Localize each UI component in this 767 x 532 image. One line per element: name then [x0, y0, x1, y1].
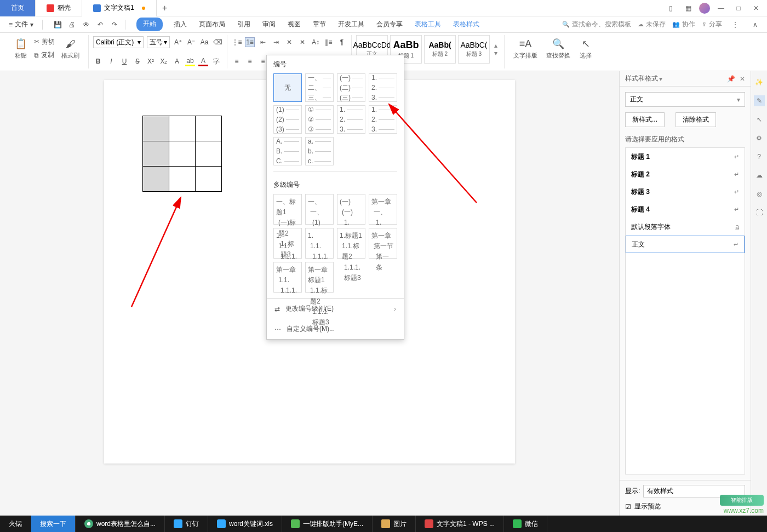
redo-icon[interactable]: ↷: [110, 20, 119, 30]
tab-home[interactable]: 首页: [0, 0, 36, 16]
ml-opt-2[interactable]: 一、一、(1): [305, 194, 334, 225]
menu-tab-reference[interactable]: 引用: [236, 18, 251, 31]
print-preview-icon[interactable]: 👁: [81, 20, 91, 30]
cloud-tab-icon[interactable]: ☁: [754, 170, 765, 181]
print-icon[interactable]: 🖨: [67, 20, 77, 30]
highlight-icon[interactable]: ab: [185, 56, 195, 66]
decrease-indent-icon[interactable]: ⇤: [258, 37, 268, 47]
format-painter-button[interactable]: 🖌 格式刷: [57, 35, 84, 62]
apps-icon[interactable]: ▦: [682, 2, 695, 15]
collapse-ribbon-icon[interactable]: ∧: [748, 18, 762, 31]
help-tab-icon[interactable]: ?: [754, 151, 765, 162]
menu-tab-devtools[interactable]: 开发工具: [337, 18, 365, 31]
numbering-opt-cn[interactable]: 一、二、三、: [305, 73, 334, 102]
style-h3[interactable]: AaBbC(标题 3: [458, 35, 490, 64]
current-style-select[interactable]: 正文 ▾: [625, 92, 745, 107]
superscript-icon[interactable]: X²: [146, 56, 156, 66]
style-h2[interactable]: AaBb(标题 2: [424, 35, 456, 64]
panel-close-icon[interactable]: ✕: [740, 75, 745, 83]
numbering-icon[interactable]: 1≡: [245, 37, 255, 47]
underline-icon[interactable]: U: [119, 56, 129, 66]
ml-opt-10[interactable]: 第一章标题11.1.标题21.1.1.标题3: [305, 262, 334, 293]
tb-images[interactable]: 图片: [373, 516, 416, 532]
new-style-button[interactable]: 新样式...: [625, 112, 665, 127]
settings-tab-icon[interactable]: ⚙: [754, 133, 765, 144]
tb-wechat[interactable]: 微信: [504, 516, 547, 532]
italic-icon[interactable]: I: [106, 56, 116, 66]
user-avatar[interactable]: [699, 3, 710, 14]
menu-tab-chapter[interactable]: 章节: [312, 18, 327, 31]
paste-button[interactable]: 📋 粘贴: [10, 35, 32, 62]
maximize-tab-icon[interactable]: ⛶: [754, 207, 765, 218]
ml-opt-9[interactable]: 第一章1.1.1.1.1.: [273, 262, 302, 293]
undo-icon[interactable]: ↶: [95, 20, 105, 30]
font-effects-icon[interactable]: A: [172, 56, 182, 66]
share-button[interactable]: ⇪ 分享: [702, 20, 722, 29]
ai-icon[interactable]: ✨: [754, 77, 765, 88]
tab-daoke[interactable]: 稻壳: [36, 0, 82, 16]
window-close-button[interactable]: ✕: [749, 2, 763, 15]
custom-numbering-item[interactable]: ⋯ 自定义编号(M)...: [267, 319, 404, 339]
tight-icon[interactable]: ✕: [284, 37, 294, 47]
ml-opt-6[interactable]: 1.1.1.1.1.1.: [305, 228, 334, 259]
clear-format-icon[interactable]: ⌫: [213, 37, 222, 47]
para-mark-icon[interactable]: ¶: [337, 37, 347, 47]
strike-icon[interactable]: S̶: [133, 56, 142, 66]
window-maximize-button[interactable]: □: [732, 2, 745, 15]
select-button[interactable]: ↖ 选择: [575, 35, 597, 62]
collab-button[interactable]: 👥 协作: [672, 20, 695, 29]
menu-tab-insert[interactable]: 插入: [173, 18, 188, 31]
style-list-h4[interactable]: 标题 4↵: [626, 201, 745, 218]
tb-chrome[interactable]: word表格里怎么自...: [76, 516, 165, 532]
ml-opt-7[interactable]: 1.标题11.1.标题21.1.1.标题3: [337, 228, 365, 259]
ml-opt-1[interactable]: 一、标题1(一)标题21. 标题3: [273, 194, 302, 225]
file-menu[interactable]: ≡ 文件 ▾: [5, 20, 37, 29]
ml-opt-5[interactable]: 1.1.1.1.1.1.: [273, 228, 302, 259]
save-icon[interactable]: 💾: [53, 20, 62, 30]
numbering-opt-upper[interactable]: A.B.C.: [273, 137, 302, 165]
style-list-normal[interactable]: 正文↵: [626, 236, 745, 253]
ml-opt-4[interactable]: 第一章一、1.: [369, 194, 397, 225]
panel-pin-icon[interactable]: 📌: [727, 75, 735, 83]
numbering-opt-lower[interactable]: a.b.c.: [305, 137, 334, 165]
increase-indent-icon[interactable]: ⇥: [271, 37, 281, 47]
numbering-opt-paren[interactable]: (1)(2)(3): [273, 105, 302, 134]
grow-font-icon[interactable]: A⁺: [173, 37, 183, 47]
numbering-opt-cn-paren[interactable]: (一)(二)(三): [337, 73, 365, 102]
change-level-item[interactable]: ⇄ 更改编号级别(E) ›: [267, 299, 404, 319]
font-name-select[interactable]: Calibri (正文)▾: [93, 36, 144, 48]
sort-icon[interactable]: A↕: [311, 37, 320, 47]
find-replace-button[interactable]: 🔍 查找替换: [542, 35, 575, 62]
styles-tab-icon[interactable]: ✎: [754, 95, 765, 106]
style-scroll-up-icon[interactable]: ▴: [494, 42, 497, 49]
align-left-icon[interactable]: ≡: [232, 56, 242, 66]
tb-dingtalk[interactable]: 钉钉: [165, 516, 208, 532]
phonetic-icon[interactable]: 字: [211, 56, 221, 66]
command-search[interactable]: 🔍 查找命令、搜索模板: [562, 20, 631, 29]
change-case-icon[interactable]: Aa: [199, 37, 209, 47]
style-scroll-down-icon[interactable]: ▾: [494, 49, 497, 57]
line-spacing-icon[interactable]: ‖≡: [324, 37, 334, 47]
clear-format-button[interactable]: 清除格式: [676, 112, 716, 127]
bold-icon[interactable]: B: [93, 56, 103, 66]
tb-wps[interactable]: 文字文稿1 - WPS ...: [416, 516, 504, 532]
target-tab-icon[interactable]: ◎: [754, 188, 765, 199]
subscript-icon[interactable]: X₂: [159, 56, 169, 66]
cut-button[interactable]: ✂ 剪切: [32, 36, 57, 48]
layout-1-icon[interactable]: ▯: [664, 2, 677, 15]
style-list-h3[interactable]: 标题 3↵: [626, 183, 745, 201]
tab-document[interactable]: 文字文稿1: [82, 0, 157, 16]
numbering-opt-circle[interactable]: ①②③: [305, 105, 334, 134]
select-tab-icon[interactable]: ↖: [754, 114, 765, 125]
font-color-icon[interactable]: A: [198, 56, 208, 66]
numbering-none[interactable]: 无: [273, 73, 302, 102]
font-size-select[interactable]: 五号▾: [147, 36, 170, 48]
more-icon[interactable]: ⋮: [729, 18, 742, 31]
style-list-h2[interactable]: 标题 2↵: [626, 165, 745, 183]
window-minimize-button[interactable]: —: [714, 2, 728, 15]
ml-opt-3[interactable]: (一)(一)1.: [337, 194, 365, 225]
tab-add-button[interactable]: +: [157, 3, 173, 13]
tb-layout-tool[interactable]: 一键排版助手(MyE...: [282, 516, 373, 532]
numbering-opt-arabic3[interactable]: 1.2.3.: [369, 105, 397, 134]
copy-button[interactable]: ⧉ 复制: [32, 49, 57, 61]
